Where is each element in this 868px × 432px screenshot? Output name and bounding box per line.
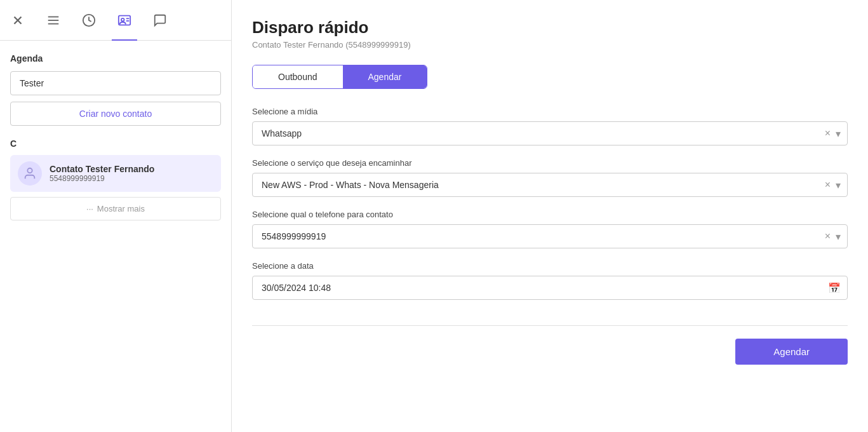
divider — [252, 325, 848, 326]
phone-label: Selecione qual o telefone para contato — [252, 210, 848, 219]
show-more-button[interactable]: ··· Mostrar mais — [10, 197, 221, 220]
contact-group-label: C — [10, 138, 221, 149]
main-content: Disparo rápido Contato Tester Fernando (… — [232, 0, 868, 432]
create-contact-button[interactable]: Criar novo contato — [10, 102, 221, 126]
submit-agendar-button[interactable]: Agendar — [735, 339, 848, 365]
service-select-actions: × ▾ — [825, 179, 847, 191]
service-field-group: Selecione o serviço que deseja encaminha… — [252, 158, 848, 197]
tab-agendar[interactable]: Agendar — [343, 65, 427, 88]
search-input[interactable] — [10, 71, 221, 95]
media-select-actions: × ▾ — [825, 128, 847, 140]
media-select-value: Whatsapp — [253, 122, 825, 145]
contact-info: Contato Tester Fernando 5548999999919 — [50, 164, 154, 183]
contact-item[interactable]: Contato Tester Fernando 5548999999919 — [10, 155, 221, 192]
service-chevron-icon[interactable]: ▾ — [836, 179, 841, 191]
service-label: Selecione o serviço que deseja encaminha… — [252, 158, 848, 168]
sidebar-nav — [0, 0, 231, 41]
service-select-value: New AWS - Prod - Whats - Nova Mensageria — [253, 173, 825, 196]
phone-field-group: Selecione qual o telefone para contato 5… — [252, 210, 848, 248]
agenda-title: Agenda — [10, 53, 221, 64]
sidebar: Agenda Criar novo contato C Contato Test… — [0, 0, 232, 432]
date-input-wrapper[interactable]: 30/05/2024 10:48 📅 — [252, 276, 848, 300]
phone-select-actions: × ▾ — [825, 231, 847, 243]
show-more-dots: ··· — [86, 204, 93, 213]
list-icon[interactable] — [41, 8, 66, 33]
contact-phone: 5548999999919 — [50, 174, 154, 183]
contact-card-icon[interactable] — [112, 8, 137, 33]
tab-outbound[interactable]: Outbound — [253, 65, 343, 88]
phone-select[interactable]: 5548999999919 × ▾ — [252, 224, 848, 248]
media-field-group: Selecione a mídia Whatsapp × ▾ — [252, 107, 848, 145]
page-subtitle: Contato Tester Fernando (5548999999919) — [252, 40, 848, 50]
date-calendar-icon: 📅 — [828, 282, 847, 294]
phone-select-value: 5548999999919 — [253, 225, 825, 248]
chat-icon[interactable] — [147, 8, 173, 33]
tabs: Outbound Agendar — [252, 65, 427, 89]
media-label: Selecione a mídia — [252, 107, 848, 116]
avatar — [18, 161, 42, 186]
date-field-group: Selecione a data 30/05/2024 10:48 📅 — [252, 261, 848, 300]
calendar-icon[interactable]: 📅 — [828, 282, 841, 294]
svg-point-7 — [121, 18, 124, 21]
date-value: 30/05/2024 10:48 — [253, 276, 828, 299]
close-icon[interactable] — [5, 8, 30, 33]
phone-clear-icon[interactable]: × — [825, 231, 831, 242]
show-more-label: Mostrar mais — [97, 204, 145, 213]
media-chevron-icon[interactable]: ▾ — [836, 128, 841, 140]
contact-name: Contato Tester Fernando — [50, 164, 154, 174]
date-label: Selecione a data — [252, 261, 848, 271]
service-clear-icon[interactable]: × — [825, 179, 831, 191]
service-select[interactable]: New AWS - Prod - Whats - Nova Mensageria… — [252, 173, 848, 197]
phone-chevron-icon[interactable]: ▾ — [836, 231, 841, 243]
sidebar-content: Agenda Criar novo contato C Contato Test… — [0, 41, 231, 432]
clock-icon[interactable] — [76, 8, 102, 33]
media-clear-icon[interactable]: × — [825, 128, 831, 139]
page-title: Disparo rápido — [252, 18, 848, 37]
media-select[interactable]: Whatsapp × ▾ — [252, 121, 848, 145]
svg-point-10 — [27, 168, 32, 173]
